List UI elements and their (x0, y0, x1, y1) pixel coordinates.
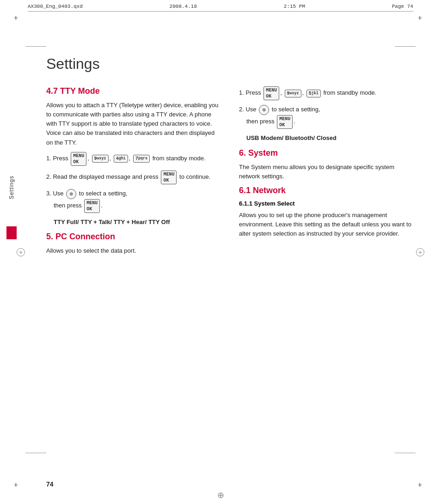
header-page: Page 74 (392, 4, 413, 9)
main-content: Settings 4.7 TTY Mode Allows you to atta… (46, 28, 413, 476)
btn-9wxyz-r1: 9wxyz (285, 90, 301, 97)
btn-5jkl-r1: 5jkl (306, 90, 321, 97)
bottom-center-cross: ⊕ (217, 490, 224, 500)
pc-options: USB Modem/ Bluetooth/ Closed (246, 134, 413, 143)
page-number: 74 (46, 480, 54, 488)
sidebar-bar (6, 226, 17, 239)
btn-menu-ok-1: MENUOK (71, 152, 86, 166)
corner-mark-tl: + (14, 14, 23, 23)
center-circle-right (416, 248, 424, 256)
step-4-7-1: 1. Press MENUOK, 9wxyz, 4ghi, 7pqrs from… (46, 152, 220, 166)
section-6-1-1-body: Allows you to set up the phone producer'… (239, 211, 413, 238)
corner-mark-br: + (418, 481, 427, 490)
section-6-1-heading: 6.1 Network (239, 186, 413, 195)
btn-9wxyz-1: 9wxyz (92, 155, 109, 163)
col-right: 1. Press MENUOK, 9wxyz, 5jkl from standb… (239, 86, 413, 260)
section-6-heading: 6. System (239, 148, 413, 158)
center-circle-left (17, 248, 25, 256)
header-filename: AX300_Eng_0403.qxd (28, 4, 83, 9)
btn-menu-ok-r2: MENUOK (277, 115, 293, 129)
left-rule-top (25, 46, 46, 47)
section-5-body: Allows you to select the data port. (46, 246, 220, 255)
header-bar: AX300_Eng_0403.qxd 2008.4.18 2:15 PM Pag… (28, 4, 413, 12)
step-4-7-3: 3. Use ⊕ to select a setting, then press… (46, 189, 220, 213)
step-4-7-2: 2. Read the displayed message and press … (46, 170, 220, 184)
section-4-7-body: Allows you to attach a TTY (Teletype wri… (46, 101, 220, 147)
section-6-1-1-heading: 6.1.1 System Select (239, 200, 413, 207)
btn-menu-ok-3: MENUOK (84, 199, 100, 213)
tty-options: TTY Full/ TTY + Talk/ TTY + Hear/ TTY Of… (54, 218, 220, 227)
left-rule-bottom (25, 453, 46, 453)
header-date: 2008.4.18 (170, 4, 197, 9)
corner-mark-tr: + (418, 14, 427, 23)
page-title: Settings (46, 55, 413, 73)
btn-4ghi-1: 4ghi (114, 155, 128, 163)
btn-menu-ok-r1: MENUOK (263, 86, 279, 100)
header-time: 2:15 PM (284, 4, 305, 9)
step-right-2: 2. Use ⊕ to select a setting, then press… (239, 105, 413, 129)
sidebar-label: Settings (8, 176, 15, 199)
section-4-7-heading: 4.7 TTY Mode (46, 86, 220, 96)
btn-nav-r2: ⊕ (259, 105, 269, 115)
col-left: 4.7 TTY Mode Allows you to attach a TTY … (46, 86, 220, 260)
two-col-layout: 4.7 TTY Mode Allows you to attach a TTY … (46, 86, 413, 260)
corner-mark-bl: + (14, 481, 23, 490)
section-5-heading: 5. PC Connection (46, 232, 220, 242)
section-6-body: The System menu allows you to designate … (239, 163, 413, 181)
btn-menu-ok-2: MENUOK (161, 170, 177, 184)
step-right-1: 1. Press MENUOK, 9wxyz, 5jkl from standb… (239, 86, 413, 100)
btn-7pqrs-1: 7pqrs (133, 155, 150, 163)
btn-nav-1: ⊕ (66, 189, 76, 199)
page-container: AX300_Eng_0403.qxd 2008.4.18 2:15 PM Pag… (0, 0, 441, 504)
